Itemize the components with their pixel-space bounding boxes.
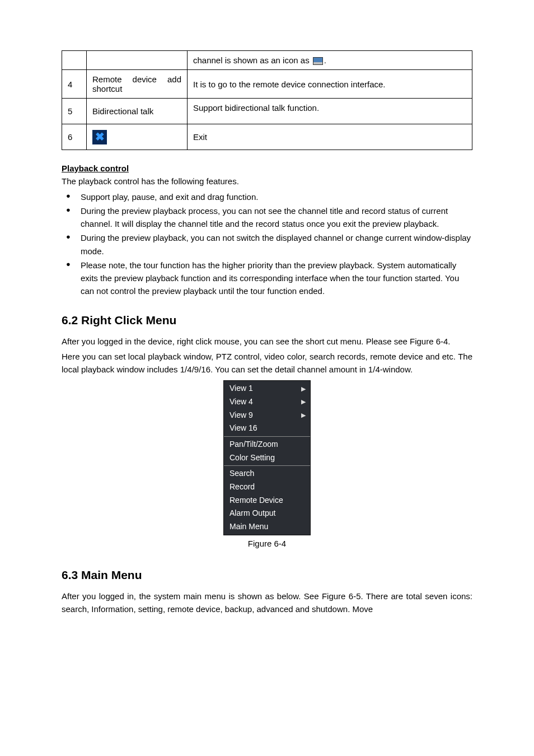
menu-label: Color Setting: [229, 452, 275, 464]
list-item: During the preview playback process, you…: [62, 204, 472, 231]
cell-num: 5: [62, 99, 87, 124]
menu-label: View 16: [229, 422, 257, 435]
figure-caption: Figure 6-4: [62, 539, 472, 548]
menu-item-main-menu[interactable]: Main Menu: [224, 520, 310, 534]
cell-label: ✖: [87, 124, 188, 150]
menu-label: Alarm Output: [229, 507, 275, 520]
menu-label: View 9: [229, 409, 253, 422]
list-item: Support play, pause, and exit and drag f…: [62, 190, 472, 203]
menu-label: Record: [229, 481, 255, 493]
menu-item-view4[interactable]: View 4 ▶: [224, 395, 310, 409]
menu-item-search[interactable]: Search: [224, 467, 310, 480]
playback-intro: The playback control has the following f…: [62, 175, 472, 188]
section-6-2-para1: After you logged in the device, right cl…: [62, 335, 472, 348]
menu-item-ptz[interactable]: Pan/Tilt/Zoom: [224, 438, 310, 451]
cell-num: [62, 51, 87, 70]
list-item: During the preview playback, you can not…: [62, 231, 472, 258]
cell-num: 4: [62, 70, 87, 99]
menu-label: View 4: [229, 396, 253, 408]
cell-num: 6: [62, 124, 87, 150]
table-row: 5 Bidirectional talk Support bidirection…: [62, 99, 472, 124]
chevron-right-icon: ▶: [301, 384, 306, 394]
cell-label: [87, 51, 188, 70]
desc-suffix: .: [324, 55, 326, 65]
menu-item-view16[interactable]: View 16: [224, 422, 310, 435]
menu-group-ptz: Pan/Tilt/Zoom Color Setting: [224, 437, 310, 466]
section-6-3-heading: 6.3 Main Menu: [62, 568, 472, 582]
playback-title: Playback control: [62, 164, 472, 173]
menu-group-views: View 1 ▶ View 4 ▶ View 9 ▶ View 16: [224, 381, 310, 437]
table-row: 6 ✖ Exit: [62, 124, 472, 150]
menu-label: Remote Device: [229, 494, 283, 507]
menu-item-record[interactable]: Record: [224, 480, 310, 494]
info-table: channel is shown as an icon as . 4 Remot…: [62, 50, 472, 150]
menu-label: Pan/Tilt/Zoom: [229, 438, 278, 451]
chevron-right-icon: ▶: [301, 410, 306, 420]
desc-text: channel is shown as an icon as: [193, 55, 310, 65]
menu-item-view9[interactable]: View 9 ▶: [224, 409, 310, 422]
list-item: Please note, the tour function has the h…: [62, 259, 472, 298]
cell-desc: Exit: [188, 124, 472, 150]
menu-label: Main Menu: [229, 521, 268, 533]
section-6-2-heading: 6.2 Right Click Menu: [62, 314, 472, 327]
exit-icon: ✖: [92, 130, 107, 144]
cell-label: Remote device add shortcut: [87, 70, 188, 99]
cell-desc: Support bidirectional talk function.: [188, 99, 472, 124]
menu-item-alarm-output[interactable]: Alarm Output: [224, 507, 310, 520]
section-6-3-para: After you logged in, the system main men…: [62, 590, 472, 616]
context-menu: View 1 ▶ View 4 ▶ View 9 ▶ View 16 Pan/T…: [223, 380, 311, 535]
menu-label: Search: [229, 468, 254, 480]
menu-item-view1[interactable]: View 1 ▶: [224, 382, 310, 395]
menu-group-main: Search Record Remote Device Alarm Output…: [224, 466, 310, 534]
menu-label: View 1: [229, 382, 253, 395]
cell-desc: It is to go to the remote device connect…: [188, 70, 472, 99]
cell-desc: channel is shown as an icon as .: [188, 51, 472, 70]
table-row: 4 Remote device add shortcut It is to go…: [62, 70, 472, 99]
menu-item-remote-device[interactable]: Remote Device: [224, 494, 310, 507]
monitor-icon: [313, 57, 323, 65]
playback-bullets: Support play, pause, and exit and drag f…: [62, 190, 472, 298]
cell-label: Bidirectional talk: [87, 99, 188, 124]
table-row: channel is shown as an icon as .: [62, 51, 472, 70]
chevron-right-icon: ▶: [301, 397, 306, 407]
menu-item-color[interactable]: Color Setting: [224, 451, 310, 465]
section-6-2-para2: Here you can set local playback window, …: [62, 350, 472, 376]
